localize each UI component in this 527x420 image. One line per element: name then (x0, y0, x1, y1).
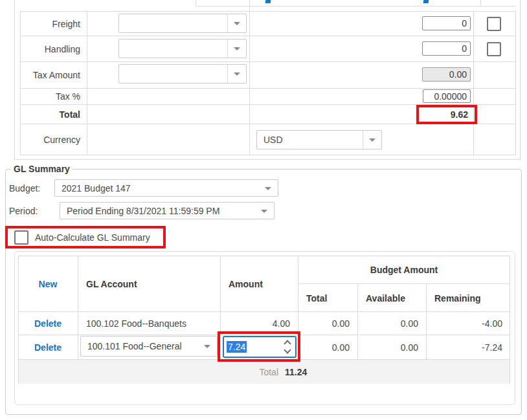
period-label: Period: (9, 206, 38, 216)
delete-row-button[interactable]: Delete (18, 318, 78, 329)
tax-amount-input (422, 67, 471, 82)
tax-type-dropdown[interactable] (118, 64, 247, 83)
tax-amount-label: Tax Amount (22, 70, 80, 80)
period-value: Period Ending 8/31/2021 11:59:59 PM (60, 206, 219, 216)
freight-amount-input[interactable] (422, 16, 471, 30)
tax-pct-label: Tax % (22, 91, 80, 102)
handling-amount-input[interactable] (422, 41, 471, 56)
col-divider (78, 256, 78, 359)
row-divider (20, 61, 516, 62)
handling-checkbox[interactable] (487, 42, 501, 56)
budget-available-cell: 0.00 (364, 318, 418, 329)
budget-remaining-cell: -4.00 (432, 318, 502, 329)
budget-available-cell: 0.00 (364, 342, 418, 353)
budget-amount-group-header: Budget Amount (298, 265, 510, 275)
col-divider (87, 11, 87, 155)
gl-account-header: GL Account (86, 279, 137, 289)
budget-label: Budget: (9, 183, 40, 193)
footer-total-label: Total (214, 367, 278, 377)
new-row-button[interactable]: New (18, 279, 78, 289)
amount-cell: 4.00 (233, 318, 290, 329)
budget-total-cell: 0.00 (304, 318, 350, 329)
currency-value: USD (257, 135, 283, 145)
delete-row-button[interactable]: Delete (18, 342, 78, 353)
invoice-form-page: Freight Handling Tax Amount Tax % Total … (0, 0, 527, 420)
chevron-down-icon[interactable] (227, 39, 246, 58)
gl-summary-legend: GL Summary (11, 164, 73, 174)
period-dropdown[interactable]: Period Ending 8/31/2021 11:59:59 PM (60, 202, 275, 219)
amount-header: Amount (229, 279, 263, 289)
col-divider (249, 11, 250, 155)
budget-dropdown[interactable]: 2021 Budget 147 (54, 179, 278, 197)
handling-type-dropdown[interactable] (118, 39, 247, 58)
chevron-down-icon[interactable] (227, 14, 246, 32)
chevron-down-icon (265, 187, 271, 190)
freight-label: Freight (22, 19, 80, 29)
amount-highlight-box (218, 331, 300, 362)
budget-remaining-header: Remaining (434, 293, 481, 304)
budget-total-cell: 0.00 (304, 342, 350, 353)
row-divider (20, 36, 516, 36)
chevron-down-icon (204, 345, 210, 348)
chevron-down-icon (261, 210, 267, 213)
tax-pct-input[interactable] (423, 89, 471, 103)
footer-total-value: 11.24 (285, 367, 307, 377)
gl-account-cell: 100.102 Food--Banquets (86, 318, 186, 329)
freight-type-dropdown[interactable] (118, 14, 247, 33)
chevron-down-icon[interactable] (227, 65, 246, 83)
currency-label: Currency (22, 135, 80, 145)
budget-total-header: Total (306, 293, 327, 304)
gl-account-dropdown[interactable]: 100.101 Food--General (80, 336, 218, 357)
row-divider (20, 88, 516, 89)
currency-dropdown[interactable]: USD (256, 130, 382, 149)
budget-available-header: Available (366, 293, 405, 304)
header-bottom-divider (18, 311, 510, 312)
freight-checkbox[interactable] (487, 17, 501, 31)
col-divider (426, 283, 427, 359)
budget-value: 2021 Budget 147 (55, 183, 131, 193)
auto-calc-highlight-box (5, 226, 166, 249)
col-divider (473, 11, 474, 155)
chevron-down-icon[interactable] (363, 131, 381, 149)
budget-remaining-cell: -7.24 (432, 342, 502, 353)
handling-label: Handling (22, 44, 80, 54)
gl-account-value: 100.101 Food--General (81, 341, 182, 351)
total-label: Total (22, 109, 80, 120)
header-divider (298, 283, 510, 284)
col-divider (357, 283, 358, 359)
total-highlight-box (416, 105, 477, 124)
